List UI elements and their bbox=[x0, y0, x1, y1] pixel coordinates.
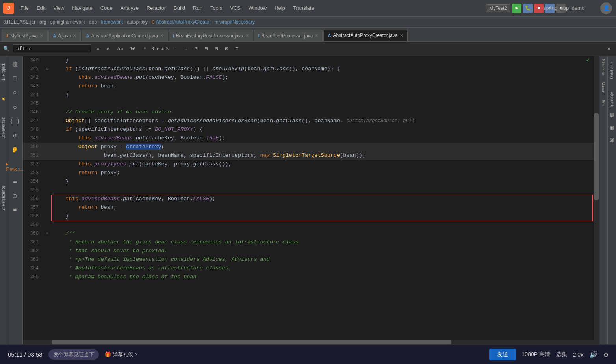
send-button[interactable]: 发送 bbox=[489, 349, 516, 360]
menu-tools[interactable]: Tools bbox=[207, 4, 225, 13]
search-option-2[interactable]: ⊞ bbox=[203, 45, 210, 53]
danmaku-input-area[interactable]: 发个弹幕见证当下 bbox=[48, 349, 99, 360]
java-icon-abstract-app: A bbox=[86, 33, 89, 38]
code-line-364: 364 * AopInfrastructureBeans as infrastr… bbox=[23, 264, 599, 273]
user-avatar[interactable]: 👤 bbox=[600, 2, 612, 14]
menu-analyze[interactable]: Analyze bbox=[117, 4, 142, 13]
search-close-button[interactable]: ✕ bbox=[605, 44, 613, 54]
menu-bar: J File Edit View Navigate Code Analyze R… bbox=[0, 0, 616, 17]
tab-abstract-app[interactable]: A AbstractApplicationContext.java ✕ bbox=[82, 30, 167, 41]
sidebar-icon-list[interactable]: ≡ bbox=[9, 204, 20, 215]
menu-translate[interactable]: Translate bbox=[290, 4, 317, 13]
sidebar-icon-rect2[interactable]: ▭ bbox=[9, 176, 20, 187]
sidebar-icon-arrow[interactable]: ↺ bbox=[9, 130, 20, 141]
menu-navigate[interactable]: Navigate bbox=[69, 4, 95, 13]
run-configuration[interactable]: MyTest2 bbox=[486, 4, 510, 12]
h-scrollbar-thumb[interactable] bbox=[52, 340, 451, 344]
speed-label[interactable]: 2.0x bbox=[573, 351, 583, 358]
regex-button[interactable]: .* bbox=[141, 45, 148, 53]
menu-run[interactable]: Run bbox=[190, 4, 206, 13]
sidebar-icon-circle2[interactable]: ◯ bbox=[9, 190, 20, 201]
breadcrumb-autoproxy[interactable]: autoproxy bbox=[127, 19, 148, 25]
far-right-auto[interactable]: 自动 bbox=[609, 117, 616, 124]
tab-a-java[interactable]: A A.java ✕ bbox=[48, 30, 81, 41]
far-right-database[interactable]: Database bbox=[609, 59, 615, 82]
tab-bfpp-close[interactable]: ✕ bbox=[245, 33, 249, 38]
breadcrumb-class[interactable]: CAbstractAutoProxyCreator bbox=[152, 19, 211, 25]
search-clear-button[interactable]: ✕ bbox=[95, 45, 102, 53]
case-sensitive-button[interactable]: Aa bbox=[115, 45, 125, 53]
quality-label[interactable]: 1080P 高清 bbox=[522, 351, 550, 358]
tab-abstract-app-close[interactable]: ✕ bbox=[160, 33, 163, 38]
tab-abstract-auto-close[interactable]: ✕ bbox=[400, 33, 403, 38]
breadcrumb-springframework[interactable]: springframework bbox=[50, 19, 85, 25]
search-option-1[interactable]: ⊡ bbox=[193, 45, 200, 53]
persistence-panel-label[interactable]: 2: Persistence bbox=[1, 186, 6, 210]
line-num-359: 359 bbox=[23, 221, 43, 229]
sidebar-icon-ear[interactable]: 👂 bbox=[9, 144, 20, 155]
tab-bpp[interactable]: I BeanPostProcessor.java ✕ bbox=[254, 30, 323, 41]
ant-tab[interactable]: Ant bbox=[601, 100, 605, 106]
line-num-364: 364 bbox=[23, 264, 43, 273]
breadcrumb-org[interactable]: org bbox=[39, 19, 46, 25]
tab-mytest2[interactable]: J MyTest2.java ✕ bbox=[2, 30, 48, 41]
search-option-4[interactable]: ⊠ bbox=[223, 45, 230, 53]
favorites-panel-label[interactable]: 2: Favorites bbox=[1, 117, 6, 138]
volume-icon[interactable]: 🔊 bbox=[589, 350, 598, 359]
menu-refactor[interactable]: Refactor bbox=[143, 4, 169, 13]
sidebar-icon-search[interactable]: 搜 bbox=[9, 59, 20, 70]
search-prev-button[interactable]: ↑ bbox=[173, 45, 180, 52]
selected-label[interactable]: 选集 bbox=[556, 351, 567, 358]
menu-window[interactable]: Window bbox=[245, 4, 270, 13]
search-next-button[interactable]: ↓ bbox=[182, 45, 189, 52]
menu-vcs[interactable]: VCS bbox=[227, 4, 244, 13]
search-option-filter[interactable]: ≡ bbox=[234, 45, 241, 52]
menu-build[interactable]: Build bbox=[171, 4, 188, 13]
sidebar-icon-circle[interactable]: ○ bbox=[9, 87, 20, 98]
line-content-347: Object[] specificInterceptors = getAdvic… bbox=[51, 117, 599, 125]
line-num-348: 348 bbox=[23, 125, 43, 134]
tab-mytest2-close[interactable]: ✕ bbox=[40, 33, 43, 38]
structure-tab[interactable]: Structure bbox=[601, 59, 605, 75]
stop-button[interactable]: ■ bbox=[534, 4, 544, 13]
menu-edit[interactable]: Edit bbox=[33, 4, 48, 13]
code-line-363: 363 * <p>The default implementation cons… bbox=[23, 255, 599, 264]
far-right-translate[interactable]: Translate bbox=[609, 89, 615, 111]
search-refresh-button[interactable]: ↺ bbox=[105, 45, 112, 53]
far-right-solution[interactable]: 化方案 bbox=[609, 143, 616, 149]
breadcrumb-method[interactable]: mwrapIfNecessary bbox=[215, 19, 255, 25]
menu-view[interactable]: View bbox=[50, 4, 67, 13]
settings-icon[interactable]: ⚙ bbox=[604, 350, 608, 359]
menu-file[interactable]: File bbox=[17, 4, 32, 13]
menu-items: File Edit View Navigate Code Analyze Ref… bbox=[17, 4, 317, 13]
project-panel-label[interactable]: 1: Project bbox=[1, 64, 6, 80]
debug-button[interactable]: 🐛 bbox=[523, 4, 533, 13]
horizontal-scrollbar[interactable] bbox=[23, 340, 594, 344]
flowchart-label[interactable]: ▸ Flowch... bbox=[6, 162, 24, 171]
vertical-scrollbar[interactable] bbox=[594, 56, 599, 344]
tab-bpp-close[interactable]: ✕ bbox=[315, 33, 318, 38]
menu-code[interactable]: Code bbox=[97, 4, 116, 13]
code-editor[interactable]: ✓ 340 } 341 ◻ if (isInfrastructureClass(… bbox=[23, 56, 599, 344]
whole-word-button[interactable]: W bbox=[128, 45, 137, 53]
run-button[interactable]: ▶ bbox=[512, 4, 521, 13]
breadcrumb-framework[interactable]: framework bbox=[101, 19, 123, 25]
tab-a-close[interactable]: ✕ bbox=[73, 33, 76, 38]
search-input[interactable] bbox=[13, 44, 91, 53]
breadcrumb-aop[interactable]: aop bbox=[89, 19, 97, 25]
far-right-property[interactable]: 属性 bbox=[609, 130, 616, 136]
maven-tab[interactable]: Maven bbox=[601, 82, 605, 93]
line-num-363: 363 bbox=[23, 255, 43, 264]
code-content: 340 } 341 ◻ if (isInfrastructureClass(be… bbox=[23, 56, 599, 281]
java-icon-mytest2: J bbox=[6, 33, 8, 38]
menu-help[interactable]: Help bbox=[271, 4, 288, 13]
tab-bfpp[interactable]: I BeanFactoryPostProcessor.java ✕ bbox=[169, 30, 253, 41]
danmaku-gift[interactable]: 🎁 弹幕礼仪 › bbox=[105, 351, 138, 358]
sidebar-icon-diamond[interactable]: ◇ bbox=[9, 102, 20, 113]
sidebar-icon-braces[interactable]: { } bbox=[9, 116, 20, 127]
sidebar-icon-shapes[interactable]: □ bbox=[9, 73, 20, 84]
scrollbar-thumb[interactable] bbox=[594, 113, 599, 200]
tab-abstract-auto-proxy[interactable]: A AbstractAutoProxyCreator.java ✕ bbox=[323, 30, 407, 41]
search-option-3[interactable]: ⊟ bbox=[213, 45, 220, 53]
breadcrumb-jar[interactable]: 3.RELEASE.jar bbox=[3, 19, 35, 25]
